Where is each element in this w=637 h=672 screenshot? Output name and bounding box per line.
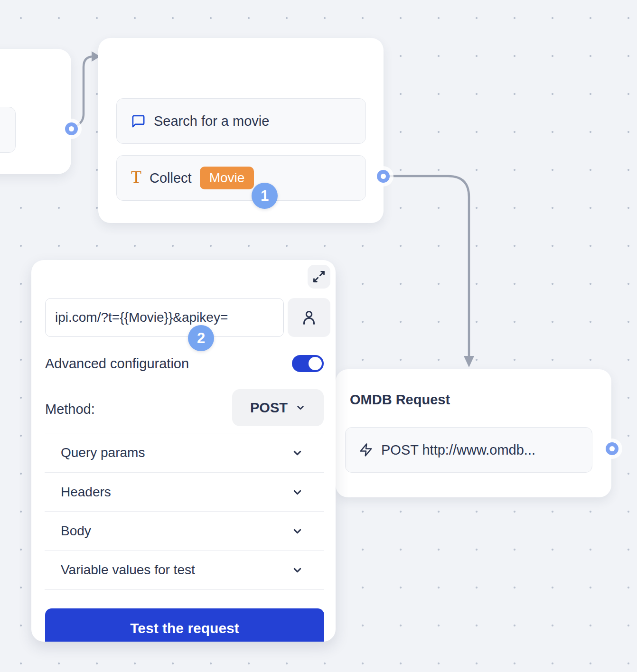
node-title: OMDB Request (350, 392, 450, 408)
chevron-down-icon (291, 447, 303, 459)
output-connector-omdb-request[interactable] (606, 442, 618, 455)
accordion-headers[interactable]: Headers (45, 473, 324, 512)
block-search-for-a-movie[interactable]: Search for a movie (116, 98, 366, 144)
divider (45, 589, 324, 590)
block-collect-movie[interactable]: T Collect Movie (116, 155, 366, 201)
step-badge-1: 1 (252, 183, 278, 209)
accordion-label: Headers (61, 485, 111, 500)
block-label: POST http://www.omdb... (381, 442, 535, 458)
connection-line-start-to-movie-search (76, 56, 94, 126)
block-label: Search for a movie (154, 113, 269, 129)
output-connector-movie-search[interactable] (377, 170, 390, 183)
partial-node-block[interactable] (0, 107, 16, 153)
toggle-knob (309, 357, 322, 370)
chevron-down-icon (295, 402, 306, 413)
block-omdb-post-request[interactable]: POST http://www.omdb... (345, 427, 592, 473)
url-input[interactable] (45, 298, 284, 337)
block-label: Collect (150, 170, 192, 186)
accordion-body[interactable]: Body (45, 512, 324, 551)
node-omdb-request[interactable]: OMDB Request POST http://www.omdb... (336, 369, 611, 497)
output-connector-partial-node[interactable] (65, 122, 78, 135)
accordion-label: Query params (61, 445, 145, 460)
node-movie-search[interactable]: Movie search Search for a movie T Collec… (98, 38, 384, 223)
chevron-down-icon (291, 525, 303, 537)
node-partial-left[interactable] (0, 49, 71, 174)
expand-icon (312, 270, 326, 283)
expand-button[interactable] (308, 265, 330, 289)
method-select[interactable]: POST (232, 389, 324, 426)
chat-bubble-icon (131, 114, 146, 129)
accordion-variable-values[interactable]: Variable values for test (45, 551, 324, 589)
method-label: Method: (45, 401, 95, 417)
step-badge-2: 2 (188, 325, 214, 351)
advanced-configuration-label: Advanced configuration (45, 356, 189, 372)
variable-chip-movie[interactable]: Movie (200, 167, 254, 189)
insert-variable-button[interactable] (288, 298, 330, 337)
accordion-label: Body (61, 523, 91, 539)
advanced-configuration-toggle[interactable] (292, 355, 324, 372)
text-input-icon: T (131, 168, 141, 186)
accordion-label: Variable values for test (61, 562, 195, 578)
arrowhead-down-icon (464, 356, 474, 367)
accordion-query-params[interactable]: Query params (45, 433, 324, 472)
connection-line-movie-search-to-omdb (389, 176, 469, 357)
method-value: POST (250, 400, 288, 416)
chevron-down-icon (291, 486, 303, 498)
chevron-down-icon (291, 564, 303, 576)
test-the-request-button[interactable]: Test the request (45, 608, 324, 642)
lightning-icon (359, 443, 373, 457)
webhook-config-panel[interactable]: Advanced configuration Method: POST Quer… (31, 260, 336, 642)
flow-canvas[interactable]: Movie search Search for a movie T Collec… (0, 0, 637, 672)
person-icon (300, 309, 318, 326)
